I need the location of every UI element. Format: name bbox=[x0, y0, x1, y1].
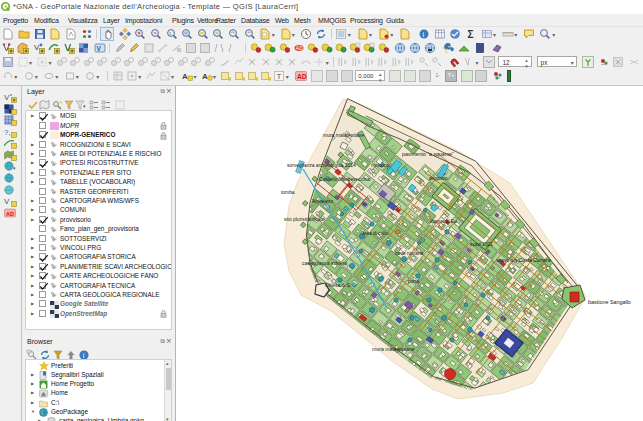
svg-text:domus di Eu: domus di Eu bbox=[430, 219, 457, 224]
svg-text:?,: ?, bbox=[4, 128, 11, 137]
svg-text:▾: ▾ bbox=[13, 165, 16, 171]
svg-text:T: T bbox=[277, 72, 282, 81]
svg-text:V: V bbox=[4, 93, 10, 102]
svg-text:deposito: deposito bbox=[429, 176, 448, 181]
svg-text:Σ: Σ bbox=[468, 29, 474, 40]
svg-text:V: V bbox=[34, 43, 40, 52]
svg-text:bastione Sangallo: bastione Sangallo bbox=[588, 299, 631, 305]
svg-text:scavo via Costa Carrara: scavo via Costa Carrara bbox=[496, 257, 551, 263]
svg-text:AD: AD bbox=[297, 73, 307, 80]
svg-text:mura malatestiane: mura malatestiane bbox=[372, 346, 415, 352]
svg-text:sito pluristratificato: sito pluristratificato bbox=[284, 217, 325, 222]
svg-text:sorveglianza archeologica 2014: sorveglianza archeologica 2014 bbox=[287, 163, 356, 168]
svg-text:A: A bbox=[202, 72, 208, 81]
svg-text:fonte romana: fonte romana bbox=[395, 251, 424, 256]
svg-text:Anfiteatro: Anfiteatro bbox=[312, 199, 333, 204]
svg-text:pavimento “a squame”: pavimento “a squame” bbox=[402, 151, 454, 157]
svg-text:▾: ▾ bbox=[83, 103, 86, 109]
svg-text:tomba: tomba bbox=[281, 190, 295, 195]
svg-text:A: A bbox=[182, 72, 188, 81]
svg-text:mosaico: mosaico bbox=[371, 163, 389, 168]
svg-text:Chiesa di S.: Chiesa di S. bbox=[325, 283, 351, 288]
svg-text:V: V bbox=[4, 197, 10, 206]
svg-text:Castello Montevecchio: Castello Montevecchio bbox=[319, 176, 370, 182]
svg-text:area di culto: area di culto bbox=[362, 231, 388, 236]
svg-text:AD: AD bbox=[6, 211, 14, 217]
svg-text:porta: porta bbox=[408, 279, 419, 284]
svg-text:scavi 2021: scavi 2021 bbox=[470, 242, 493, 247]
svg-text:caseggiato a schiera: caseggiato a schiera bbox=[302, 261, 347, 266]
svg-text:AD: AD bbox=[295, 45, 302, 51]
svg-text:V: V bbox=[96, 45, 101, 52]
svg-text:mura malatestiane: mura malatestiane bbox=[323, 132, 364, 138]
